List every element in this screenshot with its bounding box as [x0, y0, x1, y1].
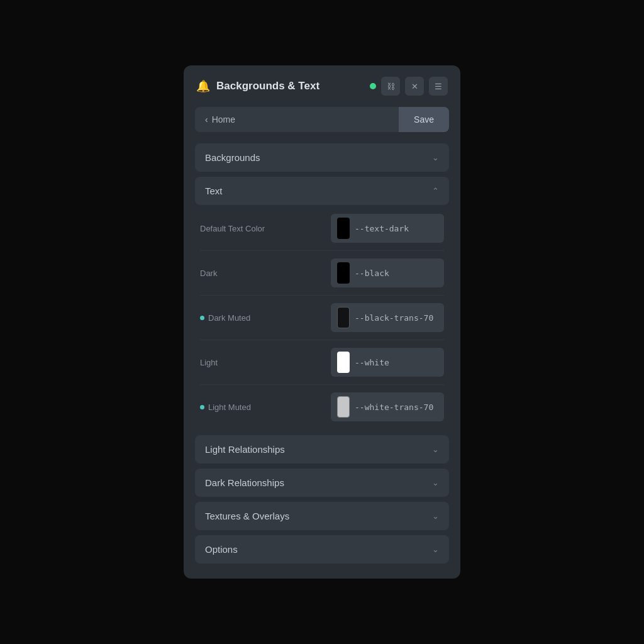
- field-row: Dark--black: [195, 252, 449, 294]
- field-label-default-text-color: Default Text Color: [200, 224, 323, 233]
- field-divider: [200, 295, 444, 296]
- chevron-textures-overlays-icon: ⌄: [432, 511, 439, 521]
- section-label-light-relationships: Light Relationships: [205, 444, 285, 455]
- home-label: Home: [212, 114, 235, 125]
- field-dot-indicator: [200, 405, 204, 409]
- save-label: Save: [414, 114, 434, 125]
- section-label-backgrounds: Backgrounds: [205, 152, 260, 163]
- field-value-dark-muted[interactable]: --black-trans-70: [331, 303, 444, 332]
- section-content-text: Default Text Color--text-darkDark--black…: [195, 205, 449, 430]
- color-swatch: [337, 396, 350, 418]
- section-label-dark-relationships: Dark Relationships: [205, 477, 284, 488]
- field-divider: [200, 340, 444, 340]
- link-icon: ⛓: [387, 82, 395, 91]
- field-row: Dark Muted--black-trans-70: [195, 297, 449, 338]
- window-title: Backgrounds & Text: [216, 80, 364, 92]
- section-options: Options⌄: [195, 535, 449, 564]
- field-row: Light--white: [195, 341, 449, 383]
- field-label-light: Light: [200, 358, 323, 367]
- field-value-light[interactable]: --white: [331, 348, 444, 377]
- field-label-light-muted: Light Muted: [200, 402, 323, 412]
- field-label-text: Dark Muted: [208, 313, 250, 323]
- color-variable-text: --text-dark: [355, 224, 409, 233]
- color-swatch: [337, 352, 350, 373]
- field-row: Default Text Color--text-dark: [195, 208, 449, 249]
- section-label-text: Text: [205, 186, 223, 196]
- menu-button[interactable]: ☰: [429, 77, 448, 96]
- field-value-dark[interactable]: --black: [331, 258, 444, 287]
- field-value-light-muted[interactable]: --white-trans-70: [331, 392, 444, 421]
- chevron-left-icon: ‹: [205, 114, 208, 125]
- close-icon: ✕: [411, 82, 418, 91]
- sections-container: Backgrounds⌄Text⌃Default Text Color--tex…: [184, 143, 460, 564]
- section-backgrounds: Backgrounds⌄: [195, 143, 449, 172]
- color-variable-text: --white-trans-70: [355, 402, 433, 412]
- field-label-text: Dark: [200, 269, 217, 278]
- color-variable-text: --white: [355, 358, 389, 367]
- field-dot-indicator: [200, 316, 204, 320]
- color-swatch: [337, 262, 350, 284]
- menu-icon: ☰: [435, 82, 442, 91]
- link-button[interactable]: ⛓: [381, 77, 400, 96]
- color-variable-text: --black-trans-70: [355, 313, 433, 323]
- section-header-options[interactable]: Options⌄: [195, 535, 449, 564]
- color-swatch: [337, 307, 350, 328]
- chevron-text-icon: ⌃: [432, 186, 439, 196]
- status-dot: [370, 83, 376, 89]
- section-header-textures-overlays[interactable]: Textures & Overlays⌄: [195, 502, 449, 530]
- section-label-textures-overlays: Textures & Overlays: [205, 511, 289, 521]
- section-header-backgrounds[interactable]: Backgrounds⌄: [195, 143, 449, 172]
- section-header-dark-relationships[interactable]: Dark Relationships⌄: [195, 469, 449, 497]
- field-label-text: Light Muted: [208, 402, 251, 412]
- color-variable-text: --black: [355, 269, 389, 278]
- chevron-options-icon: ⌄: [432, 545, 439, 554]
- field-label-text: Light: [200, 358, 218, 367]
- nav-bar: ‹ Home Save: [195, 107, 449, 132]
- save-button[interactable]: Save: [399, 107, 449, 132]
- window-controls: ⛓ ✕ ☰: [370, 77, 448, 96]
- section-header-light-relationships[interactable]: Light Relationships⌄: [195, 435, 449, 464]
- field-label-text: Default Text Color: [200, 224, 265, 233]
- home-button[interactable]: ‹ Home: [195, 107, 399, 132]
- field-label-dark-muted: Dark Muted: [200, 313, 323, 323]
- section-dark-relationships: Dark Relationships⌄: [195, 469, 449, 497]
- section-light-relationships: Light Relationships⌄: [195, 435, 449, 464]
- main-panel: 🔔 Backgrounds & Text ⛓ ✕ ☰ ‹ Home Save B…: [184, 65, 460, 579]
- field-value-default-text-color[interactable]: --text-dark: [331, 214, 444, 243]
- color-swatch: [337, 218, 350, 239]
- bell-icon: 🔔: [196, 79, 210, 93]
- section-label-options: Options: [205, 544, 238, 555]
- close-button[interactable]: ✕: [405, 77, 424, 96]
- titlebar: 🔔 Backgrounds & Text ⛓ ✕ ☰: [184, 65, 460, 107]
- chevron-backgrounds-icon: ⌄: [432, 153, 439, 162]
- section-text: Text⌃Default Text Color--text-darkDark--…: [195, 177, 449, 430]
- chevron-dark-relationships-icon: ⌄: [432, 478, 439, 487]
- field-label-dark: Dark: [200, 269, 323, 278]
- chevron-light-relationships-icon: ⌄: [432, 445, 439, 454]
- field-divider: [200, 384, 444, 385]
- section-textures-overlays: Textures & Overlays⌄: [195, 502, 449, 530]
- section-header-text[interactable]: Text⌃: [195, 177, 449, 205]
- field-row: Light Muted--white-trans-70: [195, 386, 449, 428]
- field-divider: [200, 250, 444, 251]
